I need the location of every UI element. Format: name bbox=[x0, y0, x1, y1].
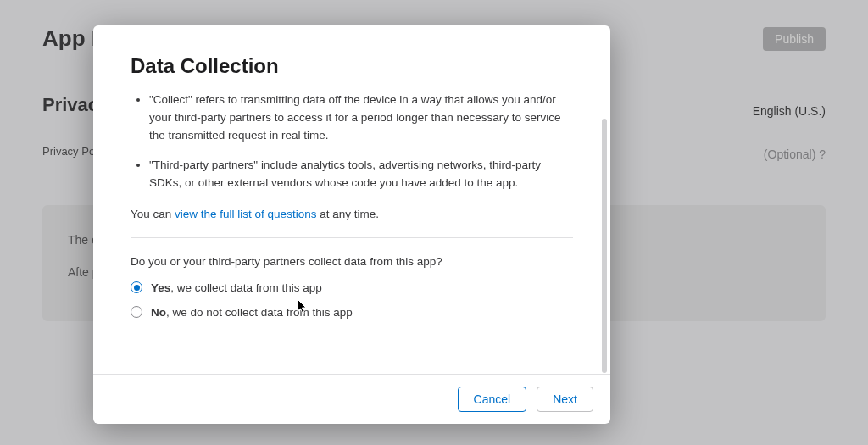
modal-footer: Cancel Next bbox=[93, 374, 610, 424]
scrollbar[interactable] bbox=[602, 119, 607, 373]
radio-input-yes[interactable] bbox=[131, 281, 142, 293]
modal-body[interactable]: Data Collection "Collect" refers to tran… bbox=[93, 25, 610, 374]
collection-question: Do you or your third-party partners coll… bbox=[131, 255, 573, 268]
next-button[interactable]: Next bbox=[537, 387, 593, 412]
definition-list: "Collect" refers to transmitting data of… bbox=[131, 92, 573, 192]
modal-title: Data Collection bbox=[131, 54, 573, 78]
optional-label: (Optional) bbox=[764, 147, 815, 161]
radio-option-no[interactable]: No, we do not collect data from this app bbox=[131, 306, 573, 319]
definition-third-party: "Third-party partners" include analytics… bbox=[149, 157, 573, 192]
data-collection-modal: Data Collection "Collect" refers to tran… bbox=[93, 25, 610, 424]
radio-label-yes: Yes, we collect data from this app bbox=[151, 281, 322, 294]
help-prefix: You can bbox=[131, 208, 175, 220]
help-suffix: at any time. bbox=[316, 208, 379, 220]
view-questions-link[interactable]: view the full list of questions bbox=[175, 208, 316, 220]
radio-option-yes[interactable]: Yes, we collect data from this app bbox=[131, 281, 573, 294]
radio-input-no[interactable] bbox=[131, 306, 142, 318]
definition-collect: "Collect" refers to transmitting data of… bbox=[149, 92, 573, 145]
cancel-button[interactable]: Cancel bbox=[458, 387, 527, 412]
policy-url-label: Privacy Pol bbox=[42, 145, 97, 158]
locale-label: English (U.S.) bbox=[753, 104, 826, 118]
help-line: You can view the full list of questions … bbox=[131, 208, 573, 220]
divider bbox=[131, 237, 573, 238]
publish-button[interactable]: Publish bbox=[763, 27, 826, 51]
help-icon[interactable]: ? bbox=[819, 147, 826, 161]
radio-label-no: No, we do not collect data from this app bbox=[151, 306, 353, 319]
